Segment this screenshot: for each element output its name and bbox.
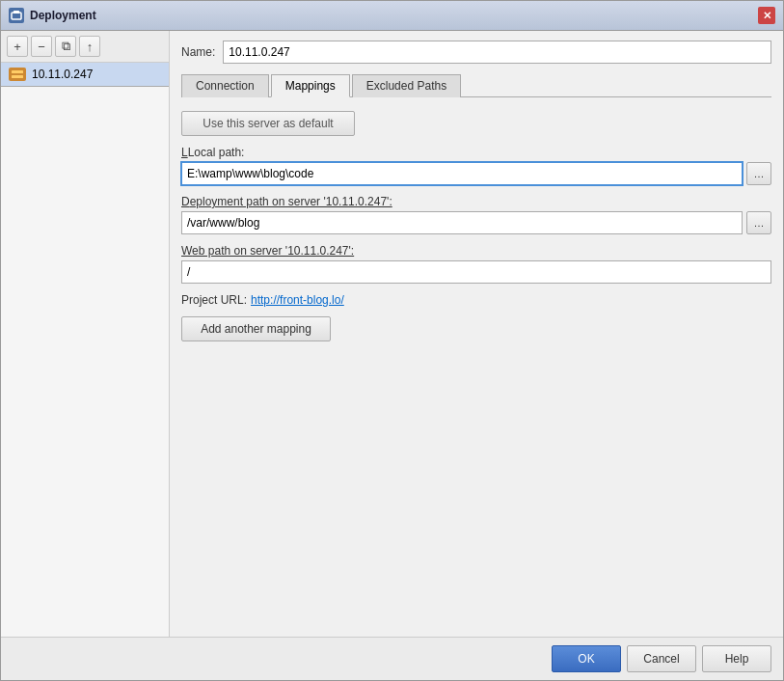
local-path-browse-button[interactable]: … xyxy=(746,162,771,185)
web-path-input[interactable] xyxy=(181,260,771,284)
local-path-input[interactable] xyxy=(181,162,743,185)
tab-connection[interactable]: Connection xyxy=(181,74,269,97)
svg-rect-0 xyxy=(12,13,21,19)
deployment-path-label: Deployment path on server '10.11.0.247': xyxy=(181,195,771,208)
use-default-button[interactable]: Use this server as default xyxy=(181,111,355,136)
add-server-button[interactable]: + xyxy=(7,36,28,57)
tab-mappings[interactable]: Mappings xyxy=(271,74,350,97)
ok-button[interactable]: OK xyxy=(552,645,621,672)
deployment-icon xyxy=(9,8,24,23)
dialog-body: + − ⧉ ↑ 10.11.0.247 Name: xyxy=(1,31,783,637)
remove-server-button[interactable]: − xyxy=(31,36,52,57)
deployment-path-browse-button[interactable]: … xyxy=(746,211,771,234)
sidebar-item-server[interactable]: 10.11.0.247 xyxy=(1,63,169,87)
web-path-group: Web path on server '10.11.0.247': xyxy=(181,244,771,284)
web-path-label: Web path on server '10.11.0.247': xyxy=(181,244,771,258)
cancel-button[interactable]: Cancel xyxy=(627,645,696,672)
deployment-path-group: Deployment path on server '10.11.0.247':… xyxy=(181,195,771,234)
local-path-row: … xyxy=(181,162,771,185)
deployment-path-input[interactable] xyxy=(181,211,743,234)
local-path-label: LLocal path: xyxy=(181,146,771,159)
title-bar-left: Deployment xyxy=(9,8,96,23)
name-label: Name: xyxy=(181,45,215,59)
help-button[interactable]: Help xyxy=(702,645,771,672)
sidebar-server-label: 10.11.0.247 xyxy=(32,68,93,81)
move-server-button[interactable]: ↑ xyxy=(79,36,100,57)
server-icon xyxy=(9,68,26,81)
deployment-path-row: … xyxy=(181,211,771,234)
project-url-row: Project URL: http://front-blog.lo/ xyxy=(181,293,771,307)
name-input[interactable] xyxy=(223,41,771,64)
name-row: Name: xyxy=(181,41,771,64)
tab-bar: Connection Mappings Excluded Paths xyxy=(181,73,771,97)
dialog-title: Deployment xyxy=(30,9,96,22)
svg-rect-4 xyxy=(12,75,23,78)
project-url-link[interactable]: http://front-blog.lo/ xyxy=(251,293,344,307)
main-content: Name: Connection Mappings Excluded Paths… xyxy=(170,31,783,637)
close-button[interactable]: ✕ xyxy=(758,7,775,24)
sidebar: + − ⧉ ↑ 10.11.0.247 xyxy=(1,31,170,637)
deployment-dialog: Deployment ✕ + − ⧉ ↑ 10.11.0.247 xyxy=(0,0,784,681)
sidebar-toolbar: + − ⧉ ↑ xyxy=(1,31,169,63)
svg-rect-1 xyxy=(14,11,19,14)
tab-excluded-paths[interactable]: Excluded Paths xyxy=(352,74,461,97)
tab-content-mappings: Use this server as default LLocal path: … xyxy=(181,105,771,627)
title-bar: Deployment ✕ xyxy=(1,1,783,31)
local-path-group: LLocal path: … xyxy=(181,146,771,185)
copy-server-button[interactable]: ⧉ xyxy=(55,36,76,57)
svg-rect-3 xyxy=(12,70,23,73)
web-path-row xyxy=(181,260,771,284)
project-url-label: Project URL: xyxy=(181,293,247,307)
add-mapping-button[interactable]: Add another mapping xyxy=(181,316,331,341)
dialog-footer: OK Cancel Help xyxy=(1,637,783,680)
